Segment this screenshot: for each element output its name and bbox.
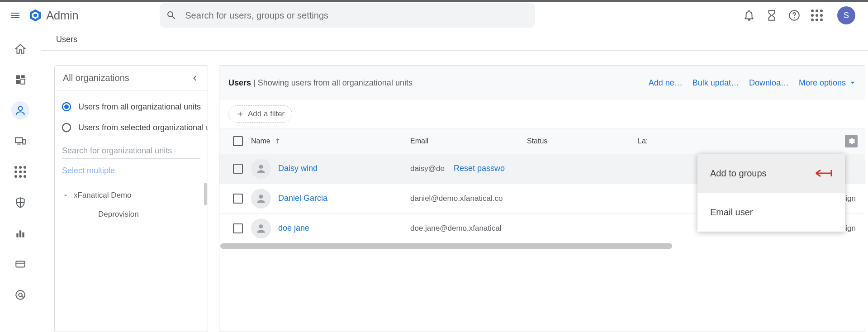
- help-button[interactable]: [787, 9, 801, 22]
- svg-point-22: [259, 224, 263, 228]
- search-icon: [166, 10, 177, 21]
- svg-rect-12: [22, 232, 24, 237]
- column-settings[interactable]: [845, 135, 858, 147]
- hourglass-icon: [766, 9, 778, 21]
- nav-users[interactable]: [11, 101, 29, 119]
- account-avatar[interactable]: S: [837, 6, 855, 24]
- more-options-label: More options: [799, 78, 846, 88]
- svg-point-6: [19, 106, 23, 110]
- ou-tree: xFanatical Demo Deprovision: [55, 185, 208, 224]
- nav-security[interactable]: [11, 194, 29, 212]
- layout: Users All organizations Users from all o…: [0, 29, 868, 332]
- person-icon: [255, 193, 267, 204]
- admin-logo-icon: [28, 8, 43, 23]
- nav-billing[interactable]: [11, 255, 29, 273]
- row-email: doe.jane@demo.xfanatical: [410, 224, 527, 233]
- row-checkbox-cell: [233, 164, 251, 174]
- table-header: Name Email Status La:: [219, 128, 865, 154]
- select-multiple-link[interactable]: Select multiple: [55, 162, 208, 185]
- ou-panel-title: All organizations: [63, 73, 129, 83]
- th-checkbox: [233, 136, 251, 146]
- nav-apps[interactable]: [11, 163, 29, 181]
- apps-icon: [14, 166, 26, 178]
- product-name: Admin: [46, 9, 78, 23]
- row-name[interactable]: Daisy wind: [278, 164, 410, 173]
- ou-search-input[interactable]: [62, 146, 200, 156]
- row-context-menu: Add to groups Email user: [697, 154, 845, 232]
- nav-dashboard[interactable]: [11, 71, 29, 89]
- row-name[interactable]: Daniel Garcia: [278, 194, 410, 203]
- svg-rect-5: [21, 79, 25, 84]
- search-input[interactable]: [185, 10, 529, 21]
- home-icon: [14, 43, 26, 55]
- row-name[interactable]: doe jane: [278, 223, 410, 233]
- download-link[interactable]: Downloa…: [749, 78, 789, 88]
- users-toolbar-title: Users | Showing users from all organizat…: [228, 78, 413, 88]
- tree-root-node[interactable]: xFanatical Demo: [62, 186, 208, 204]
- row-avatar: [251, 189, 278, 209]
- more-options-link[interactable]: More options: [799, 78, 856, 88]
- reset-password-link[interactable]: Reset passwo: [454, 164, 505, 173]
- bulk-update-link[interactable]: Bulk updat…: [693, 78, 739, 88]
- ou-scrollbar[interactable]: [204, 183, 207, 205]
- add-user-link[interactable]: Add ne…: [649, 78, 683, 88]
- row-checkbox[interactable]: [233, 194, 243, 204]
- org-unit-panel: All organizations Users from all organiz…: [54, 65, 208, 332]
- row-checkbox-cell: [233, 194, 251, 204]
- tasks-button[interactable]: [765, 9, 778, 22]
- radio-all-ous[interactable]: Users from all organizational units: [61, 96, 208, 117]
- product-logo[interactable]: Admin: [28, 8, 78, 23]
- svg-point-16: [19, 293, 22, 297]
- nav-devices[interactable]: [11, 132, 29, 150]
- horizontal-scrollbar[interactable]: [219, 243, 865, 250]
- menu-email-user[interactable]: Email user: [697, 193, 845, 232]
- person-icon: [255, 163, 267, 175]
- svg-point-21: [259, 194, 263, 199]
- row-checkbox[interactable]: [233, 164, 243, 174]
- users-title-rest: | Showing users from all organizational …: [251, 78, 413, 87]
- plus-icon: [236, 110, 244, 118]
- th-email[interactable]: Email: [410, 137, 527, 145]
- menu-add-to-groups[interactable]: Add to groups: [697, 154, 845, 193]
- nav-account[interactable]: [11, 286, 29, 304]
- tree-root-label: xFanatical Demo: [74, 191, 132, 200]
- panels: All organizations Users from all organiz…: [41, 51, 868, 332]
- hamburger-menu[interactable]: [5, 5, 26, 26]
- gear-icon: [847, 137, 855, 145]
- svg-point-19: [62, 123, 71, 132]
- credit-card-icon: [14, 258, 26, 270]
- content: Users All organizations Users from all o…: [41, 29, 868, 332]
- row-checkbox[interactable]: [233, 223, 243, 233]
- svg-rect-3: [21, 75, 25, 78]
- header: Admin S: [0, 0, 868, 29]
- at-icon: [14, 289, 26, 301]
- row-checkbox-cell: [233, 223, 251, 233]
- annotation-arrow: [815, 168, 836, 179]
- apps-button[interactable]: [810, 9, 824, 22]
- tree-child-deprovision[interactable]: Deprovision: [62, 204, 208, 224]
- tree-child-label: Deprovision: [98, 210, 139, 219]
- sort-asc-icon: [274, 138, 281, 145]
- devices-icon: [14, 135, 26, 147]
- add-filter-label: Add a filter: [248, 109, 285, 119]
- filter-row: Add a filter: [219, 100, 865, 128]
- th-last-signin[interactable]: La:: [638, 137, 665, 145]
- notifications-button[interactable]: [742, 9, 756, 22]
- row-email: daisy@de: [410, 164, 454, 173]
- radio-selected-label: Users from selected organizational units: [78, 123, 208, 133]
- nav-reports[interactable]: [11, 224, 29, 242]
- search-bar[interactable]: [160, 3, 535, 28]
- select-all-checkbox[interactable]: [233, 136, 243, 146]
- nav-home[interactable]: [11, 40, 29, 58]
- radio-selected-ous[interactable]: Users from selected organizational units: [61, 117, 208, 138]
- th-status[interactable]: Status: [527, 137, 638, 145]
- menu-add-to-groups-label: Add to groups: [710, 168, 767, 179]
- svg-point-15: [16, 290, 25, 299]
- users-panel: Users | Showing users from all organizat…: [219, 65, 865, 332]
- th-name[interactable]: Name: [251, 137, 410, 145]
- ou-radio-group: Users from all organizational units User…: [55, 91, 208, 142]
- collapse-icon[interactable]: [190, 74, 199, 83]
- row-avatar: [251, 218, 278, 238]
- apps-grid-icon: [811, 9, 823, 21]
- add-filter-button[interactable]: Add a filter: [228, 105, 292, 123]
